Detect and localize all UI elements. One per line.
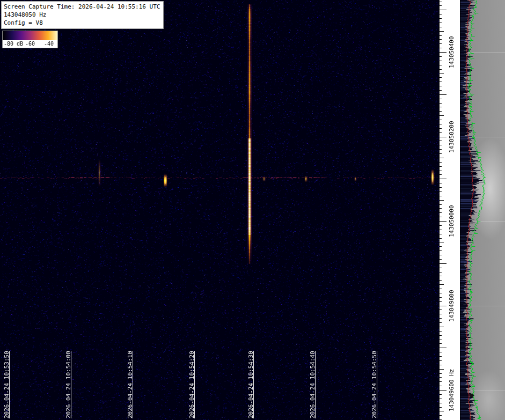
capture-info-line: Config = V8 [4, 19, 160, 27]
spectrum-display: Screen Capture Time: 2026-04-24 10:55:16… [0, 0, 505, 420]
colorbar-gradient [3, 31, 57, 40]
capture-info-line: Screen Capture Time: 2026-04-24 10:55:16… [4, 3, 160, 11]
frequency-ruler-canvas [439, 0, 460, 420]
capture-info-line: 143048050 Hz [4, 11, 160, 19]
intensity-colorbar: -80 dB-60-40 [2, 31, 58, 48]
capture-info-box: Screen Capture Time: 2026-04-24 10:55:16… [1, 1, 164, 29]
colorbar-db-label: -40 [44, 41, 54, 47]
waterfall-spectrogram-canvas [0, 0, 439, 420]
live-spectrum-panel-canvas [460, 0, 505, 420]
colorbar-scale-labels: -80 dB-60-40 [3, 40, 57, 48]
colorbar-db-label: -60 [25, 41, 35, 47]
colorbar-db-label: -80 dB [4, 41, 23, 47]
